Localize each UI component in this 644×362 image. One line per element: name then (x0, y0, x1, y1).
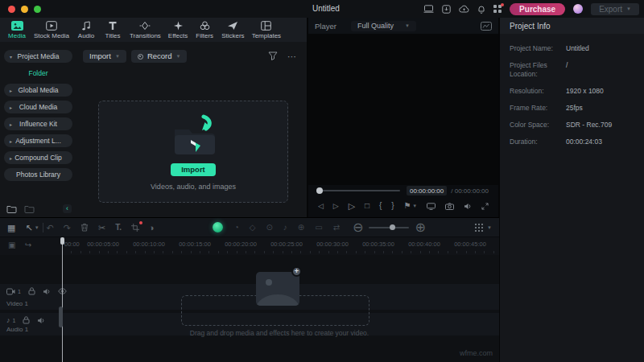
filter-icon[interactable] (268, 51, 278, 60)
color-mask-icon[interactable]: ◑ (149, 223, 155, 232)
import-dropzone[interactable]: Import Videos, audio, and images (98, 101, 288, 203)
lock-icon[interactable] (23, 316, 30, 324)
fullscreen-icon[interactable] (481, 203, 489, 210)
select-tool-icon[interactable]: ↖▼ (25, 223, 39, 232)
stop-icon[interactable]: □ (365, 201, 369, 211)
info-label: Duration: (510, 138, 566, 146)
avatar[interactable] (573, 4, 583, 14)
crop-icon[interactable] (131, 224, 139, 232)
tab-filters[interactable]: Filters (192, 21, 217, 39)
tab-audio[interactable]: Audio (74, 21, 98, 39)
toolbox-grid-icon[interactable]: ▦ (7, 223, 15, 232)
timeline-ruler[interactable]: ▣ ↪ 00:00 00:00:05:00 00:00:10:00 00:00:… (0, 237, 499, 255)
tab-effects[interactable]: Effects (166, 21, 190, 39)
mark-in-icon[interactable]: { (379, 201, 382, 211)
tab-stock-media[interactable]: Stock Media (31, 21, 72, 39)
media-icon (11, 21, 23, 31)
audio-meter-icon[interactable] (481, 22, 492, 31)
track-area[interactable]: 1 Video 1 ♪ 1 (0, 255, 499, 362)
split-icon[interactable]: ✂ (98, 223, 105, 232)
track-scrollbar[interactable] (59, 306, 63, 327)
mute-icon[interactable] (43, 288, 51, 295)
pip-icon[interactable]: ▭ (315, 223, 322, 232)
sidebar-item-global-media[interactable]: ▸ Global Media (4, 84, 72, 97)
notifications-icon[interactable] (477, 5, 485, 14)
watermark: wfme.com (460, 349, 493, 357)
seek-slider[interactable] (316, 190, 400, 191)
seek-handle[interactable] (316, 187, 323, 194)
sidebar-item-adjustment-layer[interactable]: ▸ Adjustment L... (4, 134, 72, 147)
marker-flag-icon[interactable]: ⚑▼ (403, 201, 417, 211)
record-dropdown-button[interactable]: Record ▼ (131, 50, 188, 63)
track-manager-button[interactable]: ▼ (475, 224, 492, 232)
minimize-button[interactable] (21, 6, 28, 13)
tab-transitions[interactable]: Transitions (127, 21, 163, 39)
zoom-in-icon[interactable]: ⊕ (415, 220, 425, 235)
ai-copilot-icon[interactable] (213, 222, 223, 232)
import-dropdown-button[interactable]: Import ▼ (83, 50, 126, 63)
tab-titles[interactable]: Titles (101, 21, 125, 39)
ruler-label: 00:00 (64, 241, 80, 248)
export-button[interactable]: Export ▼ (591, 3, 639, 15)
delete-icon[interactable] (80, 223, 89, 232)
lock-icon[interactable] (28, 287, 35, 295)
mute-icon[interactable] (37, 317, 45, 324)
snapshot-camera-icon[interactable] (445, 203, 454, 210)
redo-icon[interactable]: ↷ (64, 223, 71, 232)
collapse-panel-icon[interactable]: ‹ (63, 204, 72, 213)
close-button[interactable] (8, 6, 15, 13)
play-icon[interactable]: ▷ (349, 201, 355, 211)
transition-mode-icon[interactable]: ⇄ (333, 223, 340, 232)
sidebar-item-photos-library[interactable]: Photos Library (4, 168, 72, 181)
zoom-out-icon[interactable]: ⊖ (353, 220, 363, 235)
new-folder-icon[interactable] (6, 204, 17, 213)
volume-icon[interactable] (464, 203, 472, 210)
sidebar-item-compound-clip[interactable]: ▸ Compound Clip (4, 151, 72, 164)
current-time: 00:00:00:00 (407, 186, 447, 195)
player-header: Player Full Quality ▼ (308, 18, 498, 34)
info-value: 1920 x 1080 (566, 87, 604, 96)
preview-viewer[interactable] (308, 34, 498, 185)
sidebar-item-label: Global Media (18, 86, 58, 94)
text-tool-icon[interactable]: T. (115, 223, 122, 232)
step-backward-icon[interactable]: ◁ (318, 201, 324, 211)
purchase-button[interactable]: Purchase (510, 3, 565, 15)
cloud-upload-icon[interactable] (459, 5, 469, 13)
display-icon[interactable] (423, 5, 434, 13)
media-toolbar-right: ⋯ (268, 51, 297, 60)
voice-changer-icon[interactable]: ⊙ (266, 223, 272, 232)
sidebar-item-folder[interactable]: Folder (4, 67, 72, 80)
marker-icon[interactable]: ↪ (25, 241, 31, 249)
sidebar-item-cloud-media[interactable]: ▸ Cloud Media (4, 101, 72, 113)
tab-templates[interactable]: Templates (250, 21, 283, 39)
speed-ramping-icon[interactable]: ◔ (234, 223, 239, 232)
playhead[interactable] (62, 237, 63, 362)
masking-icon[interactable]: ◇ (250, 223, 256, 232)
sidebar-item-project-media[interactable]: ▾ Project Media (4, 50, 72, 63)
more-options-icon[interactable]: ⋯ (287, 53, 297, 60)
sidebar-item-influence-kit[interactable]: ▸ Influence Kit (4, 117, 72, 130)
chevron-down-icon: ▼ (626, 6, 631, 11)
tab-media[interactable]: Media (5, 21, 29, 39)
undo-icon[interactable]: ↶ (47, 223, 54, 232)
tab-stickers[interactable]: Stickers (219, 21, 246, 39)
zoom-handle[interactable] (390, 224, 395, 230)
delete-folder-icon[interactable] (24, 204, 35, 213)
mark-out-icon[interactable]: } (391, 201, 394, 211)
zoom-button[interactable] (34, 6, 41, 13)
info-value: 25fps (566, 104, 583, 113)
step-forward-icon[interactable]: ▷ (333, 201, 339, 211)
quality-dropdown[interactable]: Full Quality ▼ (351, 21, 416, 31)
render-preview-icon[interactable]: ▣ (8, 241, 15, 249)
add-media-badge[interactable]: + (291, 266, 302, 277)
audio-stretch-icon[interactable]: ♪ (283, 223, 287, 232)
screen-mirror-icon[interactable] (427, 203, 436, 210)
playhead-handle[interactable] (60, 237, 64, 245)
save-project-icon[interactable] (442, 5, 451, 14)
apps-grid-icon[interactable] (493, 5, 502, 13)
titlebar-actions: Purchase Export ▼ (423, 0, 639, 18)
tab-label: Stock Media (34, 32, 69, 39)
import-button[interactable]: Import (171, 163, 216, 176)
keyframe-icon[interactable]: ⊕ (298, 223, 304, 232)
zoom-slider[interactable] (369, 227, 409, 228)
